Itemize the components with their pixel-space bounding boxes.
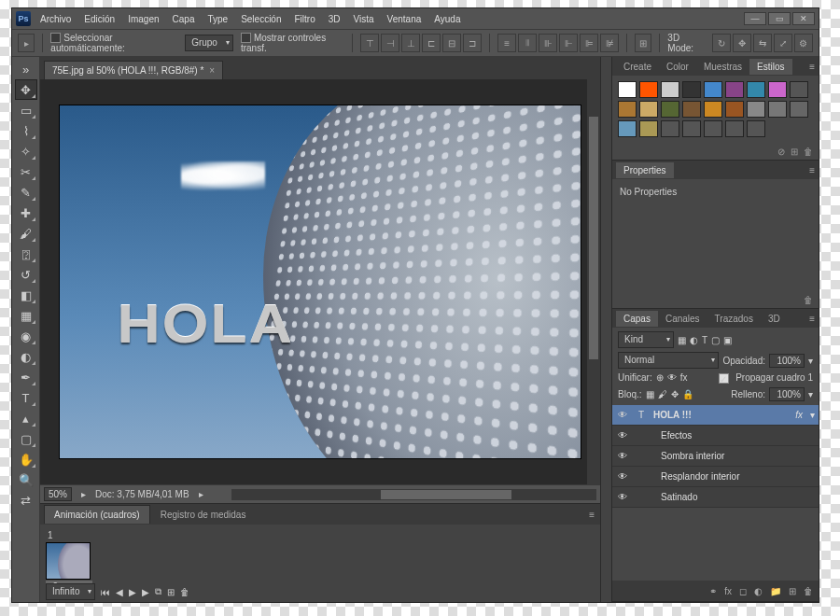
gradient-tool[interactable]: ▦: [15, 305, 37, 326]
visibility-icon[interactable]: 👁: [612, 492, 633, 502]
blur-tool[interactable]: ◉: [15, 326, 37, 346]
delete-icon[interactable]: 🗑: [804, 295, 813, 305]
panel-menu-icon[interactable]: ≡: [809, 314, 815, 324]
layer-style-icon[interactable]: fx: [724, 586, 732, 596]
tab-layers[interactable]: Capas: [616, 311, 658, 327]
tab-measurements[interactable]: Registro de medidas: [150, 505, 257, 525]
style-swatch[interactable]: [790, 81, 808, 98]
rewind-icon[interactable]: ⏮: [101, 587, 110, 597]
visibility-icon[interactable]: 👁: [612, 430, 633, 441]
auto-select-dropdown[interactable]: Grupo: [185, 35, 233, 51]
lasso-tool[interactable]: ⌇: [15, 120, 37, 141]
shape-tool[interactable]: ▢: [15, 428, 37, 449]
zoom-tool[interactable]: 🔍: [15, 469, 37, 490]
style-swatch[interactable]: [618, 101, 637, 118]
style-swatch[interactable]: [682, 81, 701, 98]
unify-vis-icon[interactable]: 👁: [667, 372, 677, 383]
mode3d-gear-icon[interactable]: ⚙: [794, 34, 813, 52]
fill-arrow-icon[interactable]: ▾: [808, 389, 813, 399]
style-swatch[interactable]: [747, 101, 765, 118]
show-transform-checkbox[interactable]: Mostrar controles transf.: [241, 33, 344, 54]
fx-toggle-icon[interactable]: ▾: [806, 410, 819, 420]
style-swatch[interactable]: [704, 81, 722, 98]
unify-pos-icon[interactable]: ⊕: [656, 372, 664, 383]
style-swatch[interactable]: [661, 81, 679, 98]
tab-paths[interactable]: Trazados: [707, 311, 761, 327]
tween-icon[interactable]: ⧉: [155, 586, 161, 597]
color-swap-icon[interactable]: ⇄: [15, 490, 37, 511]
panel-toggle-icon[interactable]: »: [15, 59, 37, 79]
history-brush-tool[interactable]: ↺: [15, 264, 37, 285]
next-frame-icon[interactable]: ▶: [142, 587, 149, 597]
layer-row[interactable]: 👁 T HOLA !!! fx ▾: [612, 405, 819, 426]
collapse-strip[interactable]: [600, 57, 611, 602]
mode3d-pan-icon[interactable]: ✥: [733, 34, 751, 52]
new-layer-icon[interactable]: ⊞: [789, 586, 796, 596]
stamp-tool[interactable]: ⍰: [15, 244, 37, 264]
effect-row[interactable]: 👁 Sombra interior: [612, 446, 819, 467]
canvas[interactable]: HOLA: [59, 105, 581, 459]
adjustment-icon[interactable]: ◐: [754, 586, 763, 596]
lock-trans-icon[interactable]: ▦: [646, 389, 654, 399]
tab-create[interactable]: Create: [616, 59, 659, 75]
horizontal-scrollbar[interactable]: [231, 489, 596, 500]
close-tab-icon[interactable]: ×: [209, 65, 215, 76]
style-swatch[interactable]: [639, 101, 658, 118]
style-swatch[interactable]: [704, 120, 722, 137]
style-swatch[interactable]: [682, 120, 701, 137]
align-hcenter-icon[interactable]: ⊟: [442, 34, 461, 52]
style-swatch[interactable]: [790, 101, 808, 118]
document-tab[interactable]: 75E.jpg al 50% (HOLA !!!, RGB/8#) * ×: [44, 61, 223, 79]
delete-layer-icon[interactable]: 🗑: [804, 586, 813, 596]
style-swatch[interactable]: [618, 120, 637, 137]
style-swatch[interactable]: [639, 81, 658, 98]
loop-dropdown[interactable]: Infinito: [46, 583, 95, 600]
style-swatch[interactable]: [661, 120, 679, 137]
status-arrow-icon[interactable]: ▸: [199, 489, 203, 499]
layer-name[interactable]: HOLA !!!: [650, 410, 791, 420]
mode3d-orbit-icon[interactable]: ↻: [712, 34, 731, 52]
clear-style-icon[interactable]: ⊘: [777, 147, 785, 157]
auto-select-checkbox[interactable]: Seleccionar automáticamente:: [50, 33, 177, 54]
tab-channels[interactable]: Canales: [658, 311, 707, 327]
menu-filtro[interactable]: Filtro: [294, 14, 315, 24]
lock-pos-icon[interactable]: ✥: [671, 389, 679, 399]
marquee-tool[interactable]: ▭: [15, 100, 37, 120]
layer-thumb-icon[interactable]: T: [633, 410, 650, 420]
filter-adj-icon[interactable]: ◐: [690, 335, 698, 345]
path-select-tool[interactable]: ▴: [15, 408, 37, 428]
menu-imagen[interactable]: Imagen: [128, 14, 159, 24]
menu-type[interactable]: Type: [207, 14, 228, 24]
style-swatch[interactable]: [661, 101, 679, 118]
opacity-arrow-icon[interactable]: ▾: [808, 356, 813, 366]
lock-paint-icon[interactable]: 🖌: [658, 389, 667, 399]
kind-dropdown[interactable]: Kind: [618, 331, 674, 348]
panel-menu-icon[interactable]: ≡: [809, 165, 815, 175]
align-top-icon[interactable]: ⊤: [360, 34, 379, 52]
wand-tool[interactable]: ✧: [15, 141, 37, 161]
blend-mode-dropdown[interactable]: Normal: [618, 352, 719, 369]
tab-properties[interactable]: Properties: [616, 162, 674, 178]
group-icon[interactable]: 📁: [770, 586, 781, 596]
style-swatch[interactable]: [747, 81, 765, 98]
dist-6-icon[interactable]: ⊯: [600, 34, 619, 52]
tab-styles[interactable]: Estilos: [749, 59, 791, 75]
filter-smart-icon[interactable]: ▣: [723, 335, 732, 345]
menu-archivo[interactable]: Archivo: [40, 14, 71, 24]
layer-mask-icon[interactable]: ◻: [739, 586, 747, 596]
mode3d-slide-icon[interactable]: ⇆: [753, 34, 772, 52]
crop-tool[interactable]: ✂: [15, 161, 37, 182]
frame-thumbnail[interactable]: [46, 542, 91, 580]
align-bottom-icon[interactable]: ⊥: [401, 34, 420, 52]
menu-vista[interactable]: Vista: [354, 14, 374, 24]
filter-shape-icon[interactable]: ▢: [711, 335, 720, 345]
pen-tool[interactable]: ✒: [15, 367, 37, 387]
zoom-field[interactable]: 50%: [44, 487, 72, 501]
effect-row[interactable]: 👁 Satinado: [612, 487, 819, 508]
style-swatch[interactable]: [682, 101, 701, 118]
close-button[interactable]: ✕: [792, 12, 815, 25]
unify-style-icon[interactable]: fx: [680, 372, 688, 383]
minimize-button[interactable]: —: [744, 12, 766, 25]
style-swatch[interactable]: [618, 81, 637, 98]
play-icon[interactable]: ▶: [129, 587, 136, 597]
